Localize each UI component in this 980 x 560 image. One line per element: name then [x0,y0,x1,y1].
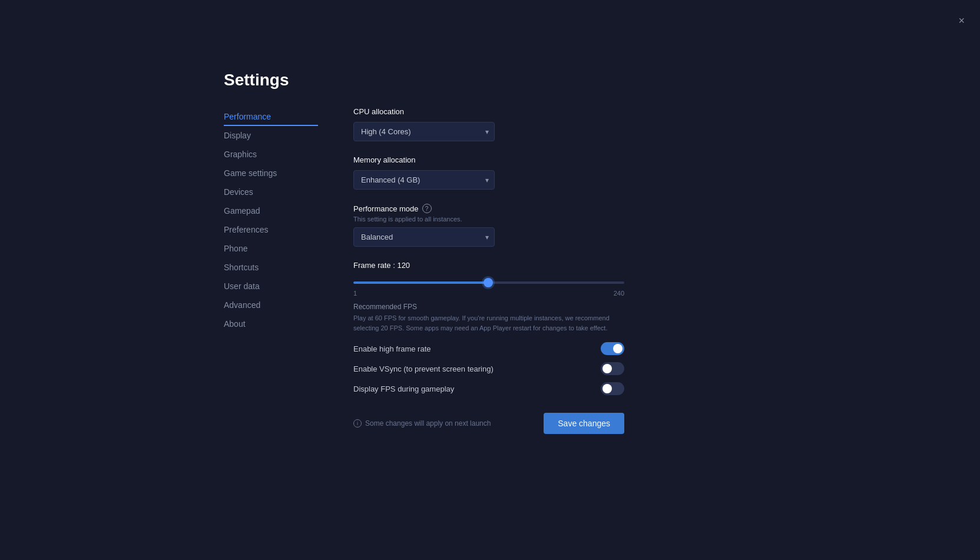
main-content: CPU allocation Low (1 Core) Medium (2 Co… [353,107,648,434]
sidebar-item-shortcuts[interactable]: Shortcuts [224,258,318,277]
sidebar-item-phone[interactable]: Phone [224,239,318,258]
cpu-allocation-select-wrapper: Low (1 Core) Medium (2 Cores) High (4 Co… [353,122,495,141]
sidebar-item-about[interactable]: About [224,314,318,333]
frame-rate-label: Frame rate : 120 [353,261,648,270]
toggle-high-frame-rate-label: Enable high frame rate [353,344,431,353]
toggle-high-frame-rate-knob [613,344,623,353]
settings-title: Settings [224,71,648,90]
performance-mode-subtext: This setting is applied to all instances… [353,216,648,223]
memory-allocation-select-wrapper: Low (1 GB) Standard (2 GB) Enhanced (4 G… [353,170,495,190]
toggle-vsync-label: Enable VSync (to prevent screen tearing) [353,365,494,373]
memory-allocation-select[interactable]: Low (1 GB) Standard (2 GB) Enhanced (4 G… [353,170,495,190]
sidebar-item-game-settings[interactable]: Game settings [224,164,318,183]
performance-mode-select[interactable]: Power saver Balanced High performance [353,227,495,247]
footer-note-text: Some changes will apply on next launch [365,419,491,428]
sidebar-item-advanced[interactable]: Advanced [224,296,318,314]
toggle-vsync[interactable] [601,362,624,375]
sidebar-item-gamepad[interactable]: Gamepad [224,201,318,220]
cpu-allocation-section: CPU allocation Low (1 Core) Medium (2 Co… [353,107,648,141]
sidebar-item-preferences[interactable]: Preferences [224,220,318,239]
sidebar-item-devices[interactable]: Devices [224,183,318,201]
sidebar-item-display[interactable]: Display [224,126,318,145]
save-changes-button[interactable]: Save changes [544,413,624,434]
slider-min-label: 1 [353,290,357,297]
slider-range-labels: 1 240 [353,290,624,297]
cpu-allocation-label: CPU allocation [353,107,648,116]
footer: i Some changes will apply on next launch… [353,413,624,434]
performance-mode-label-text: Performance mode [353,204,419,213]
sidebar: Performance Display Graphics Game settin… [224,107,318,434]
sidebar-item-performance[interactable]: Performance [224,107,318,126]
performance-mode-section: Performance mode ? This setting is appli… [353,204,648,247]
performance-mode-help-icon[interactable]: ? [422,204,432,213]
toggle-display-fps-knob [602,384,612,393]
recommended-fps-text: Play at 60 FPS for smooth gameplay. If y… [353,313,624,333]
toggle-vsync-knob [602,364,612,373]
toggle-display-fps[interactable] [601,382,624,395]
frame-rate-slider[interactable] [353,281,624,284]
sidebar-item-user-data[interactable]: User data [224,277,318,296]
sidebar-item-graphics[interactable]: Graphics [224,145,318,164]
recommended-fps-title: Recommended FPS [353,303,648,311]
toggle-display-fps-row: Display FPS during gameplay [353,382,624,395]
performance-mode-select-wrapper: Power saver Balanced High performance ▾ [353,227,495,247]
settings-container: Settings Performance Display Graphics Ga… [224,71,648,434]
memory-allocation-section: Memory allocation Low (1 GB) Standard (2… [353,155,648,190]
cpu-allocation-select[interactable]: Low (1 Core) Medium (2 Cores) High (4 Co… [353,122,495,141]
performance-mode-header: Performance mode ? [353,204,648,213]
frame-rate-section: Frame rate : 120 1 240 Recommended FPS P… [353,261,648,395]
close-button[interactable]: × [955,12,968,29]
toggle-vsync-row: Enable VSync (to prevent screen tearing) [353,362,624,375]
memory-allocation-label: Memory allocation [353,155,648,164]
frame-rate-slider-container [353,276,624,286]
toggle-high-frame-rate-row: Enable high frame rate [353,342,624,355]
settings-body: Performance Display Graphics Game settin… [224,107,648,434]
footer-info-icon: i [353,419,362,428]
slider-max-label: 240 [614,290,624,297]
toggle-high-frame-rate[interactable] [601,342,624,355]
toggle-display-fps-label: Display FPS during gameplay [353,385,454,393]
footer-note: i Some changes will apply on next launch [353,419,491,428]
